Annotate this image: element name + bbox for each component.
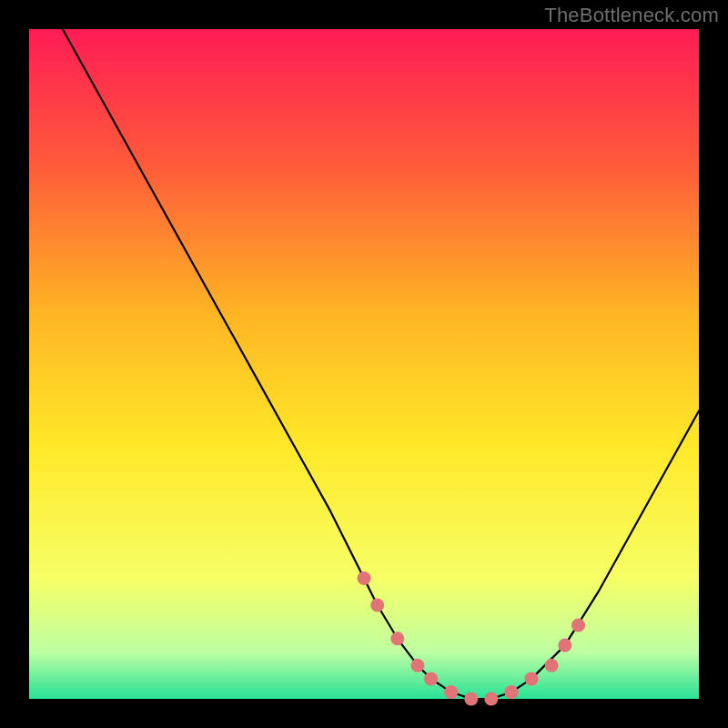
- watermark-label: TheBottleneck.com: [544, 4, 719, 27]
- plot-background: [29, 29, 699, 699]
- curve-marker: [370, 599, 384, 612]
- chart-stage: TheBottleneck.com: [0, 0, 728, 728]
- curve-marker: [358, 571, 371, 585]
- curve-marker: [504, 685, 518, 699]
- curve-marker: [558, 639, 571, 652]
- curve-marker: [571, 619, 585, 632]
- curve-marker: [484, 693, 498, 706]
- curve-marker: [545, 659, 559, 672]
- curve-marker: [410, 659, 424, 672]
- bottleneck-chart: [0, 0, 728, 728]
- curve-marker: [444, 685, 458, 699]
- curve-marker: [390, 632, 404, 645]
- curve-marker: [424, 672, 438, 685]
- curve-marker: [464, 693, 478, 706]
- curve-marker: [525, 672, 539, 685]
